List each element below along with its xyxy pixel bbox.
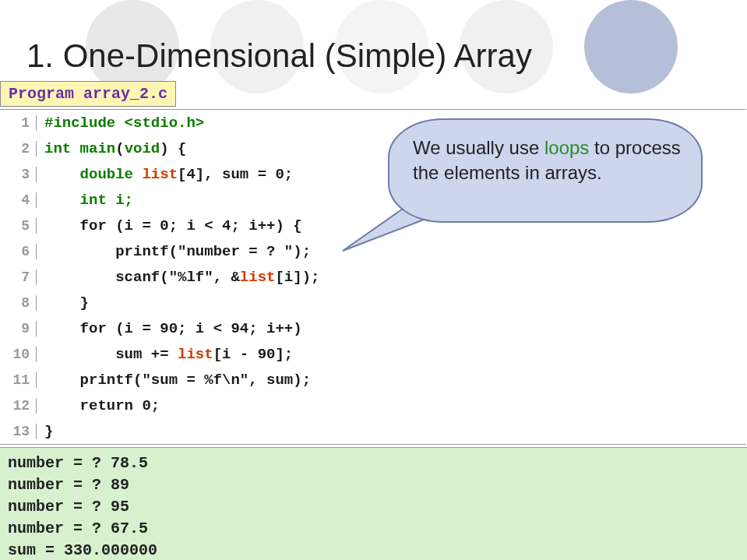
slide: 1. One-Dimensional (Simple) Array Progra… (0, 0, 747, 560)
code-text: printf("sum = %f\n", sum); (80, 372, 311, 389)
line-number: 8 (0, 295, 37, 311)
code-text: int i; (80, 192, 133, 209)
code-text: sum += (115, 346, 178, 363)
output-line: number = ? 78.5 (8, 453, 747, 474)
indent (44, 346, 115, 363)
indent (44, 243, 115, 260)
line-number: 4 (0, 192, 37, 208)
code-line: 11 printf("sum = %f\n", sum); (0, 367, 746, 393)
slide-title: 1. One-Dimensional (Simple) Array (26, 37, 532, 75)
indent (44, 192, 80, 209)
code-text: return 0; (80, 397, 160, 414)
line-number: 3 (0, 167, 37, 182)
callout-bubble: We usually use loops to process the elem… (388, 118, 703, 223)
code-text: [i]); (275, 269, 319, 286)
code-text: ) { (160, 140, 186, 157)
code-text: for (i = 90; i < 94; i++) (80, 320, 302, 337)
indent (44, 166, 80, 183)
line-number: 9 (0, 321, 37, 336)
line-number: 5 (0, 218, 37, 234)
code-line: 9 for (i = 90; i < 94; i++) (0, 315, 746, 341)
code-text: list (240, 269, 276, 286)
output-line: number = ? 89 (8, 474, 747, 496)
code-line: 13 } (0, 418, 746, 444)
callout-text: We usually use loops to process the elem… (413, 136, 682, 185)
code-text: void (125, 140, 160, 157)
indent (44, 217, 80, 234)
indent (44, 294, 80, 312)
line-number: 6 (0, 244, 37, 259)
code-text: } (80, 294, 89, 312)
callout-pre: We usually use (413, 137, 544, 158)
code-text: list (178, 346, 213, 363)
indent (44, 372, 80, 389)
code-text: list (142, 166, 178, 183)
line-number: 1 (0, 115, 37, 131)
program-output: number = ? 78.5 number = ? 89 number = ?… (0, 447, 747, 560)
line-number: 2 (0, 141, 37, 157)
decor-circle (584, 0, 678, 93)
code-line: 8 } (0, 290, 746, 315)
indent (44, 320, 80, 337)
line-number: 12 (0, 398, 37, 414)
line-number: 13 (0, 424, 37, 439)
line-number: 7 (0, 269, 37, 285)
code-text: #include <stdio.h> (44, 114, 204, 132)
line-number: 11 (0, 372, 37, 388)
code-text: [4], sum = 0; (178, 166, 293, 183)
code-text: ( (115, 140, 124, 157)
code-text: printf("number = ? "); (115, 243, 311, 260)
code-line: 12 return 0; (0, 393, 746, 418)
output-line: sum = 330.000000 (8, 540, 747, 560)
callout-loops: loops (544, 137, 589, 158)
code-text: int main (44, 140, 115, 157)
code-text: double (80, 166, 143, 183)
output-line: number = ? 95 (8, 496, 747, 518)
code-text: for (i = 0; i < 4; i++) { (80, 217, 302, 234)
indent (44, 269, 115, 286)
indent (44, 397, 80, 414)
line-number: 10 (0, 347, 37, 362)
code-line: 7 scanf("%lf", &list[i]); (0, 264, 746, 290)
code-text: [i - 90]; (213, 346, 294, 363)
program-filename-box: Program array_2.c (0, 81, 176, 107)
code-line: 10 sum += list[i - 90]; (0, 341, 746, 367)
output-line: number = ? 67.5 (8, 518, 747, 540)
code-text: scanf("%lf", & (115, 269, 240, 286)
code-text: } (44, 423, 53, 440)
